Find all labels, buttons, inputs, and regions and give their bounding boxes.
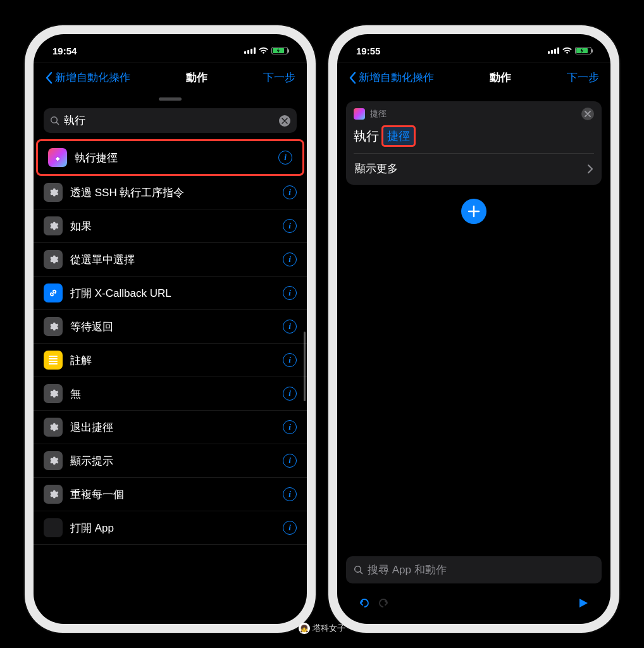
action-label: 執行捷徑 — [75, 151, 278, 165]
action-row[interactable]: 顯示提示i — [34, 444, 307, 478]
cellular-signal-icon — [244, 47, 256, 54]
battery-charging-icon — [271, 47, 288, 54]
sheet-grabber[interactable] — [159, 97, 182, 101]
action-info-button[interactable]: i — [283, 252, 297, 266]
action-label: 註解 — [70, 353, 283, 368]
phone-left: 19:54 新增自動化操作 動作 下一步 執行 ⬥執行捷徑i透過 SSH 執行工… — [25, 25, 316, 633]
action-info-button[interactable]: i — [278, 151, 292, 165]
action-info-button[interactable]: i — [283, 420, 297, 434]
action-info-button[interactable]: i — [283, 286, 297, 300]
search-icon — [50, 116, 60, 126]
action-info-button[interactable]: i — [283, 353, 297, 367]
watermark: 👧 塔科女子 — [299, 623, 345, 634]
action-row[interactable]: 退出捷徑i — [34, 411, 307, 444]
card-header: 捷徑 — [354, 108, 594, 120]
action-row[interactable]: ⬥執行捷徑i — [36, 139, 304, 176]
action-row[interactable]: 打開 Appi — [34, 511, 307, 545]
note-icon — [44, 351, 63, 370]
action-info-button[interactable]: i — [283, 454, 297, 468]
action-label: 從選單中選擇 — [70, 252, 283, 267]
nav-back-button[interactable]: 新增自動化操作 — [45, 70, 130, 85]
shortcut-parameter-token[interactable]: 捷徑 — [381, 125, 416, 147]
clear-search-button[interactable] — [279, 115, 290, 127]
status-time: 19:55 — [356, 46, 380, 56]
action-row[interactable]: 無i — [34, 377, 307, 411]
link-icon — [44, 284, 63, 302]
search-apps-actions-field[interactable]: 搜尋 App 和動作 — [346, 556, 602, 583]
search-field[interactable]: 執行 — [44, 108, 297, 133]
run-shortcut-action-card[interactable]: 捷徑 執行 捷徑 顯示更多 — [346, 101, 602, 185]
action-label: 透過 SSH 執行工序指令 — [70, 185, 283, 200]
chevron-left-icon — [45, 72, 53, 84]
close-icon — [282, 118, 288, 124]
play-icon — [578, 597, 589, 609]
gear-icon — [44, 418, 63, 437]
redo-button[interactable] — [374, 594, 393, 613]
action-row[interactable]: 如果i — [34, 209, 307, 243]
show-more-row[interactable]: 顯示更多 — [354, 153, 594, 185]
remove-action-button[interactable] — [581, 108, 594, 120]
action-label: 顯示提示 — [70, 454, 283, 468]
action-row[interactable]: 從選單中選擇i — [34, 243, 307, 277]
scrollbar[interactable] — [304, 332, 306, 401]
gear-icon — [44, 451, 63, 470]
action-row[interactable]: 等待返回i — [34, 310, 307, 344]
notch — [113, 34, 227, 52]
action-info-button[interactable]: i — [283, 387, 297, 401]
redo-icon — [376, 596, 390, 610]
run-label: 執行 — [354, 128, 379, 145]
action-info-button[interactable]: i — [283, 219, 297, 233]
action-row[interactable]: 打開 X-Callback URLi — [34, 277, 307, 310]
action-list[interactable]: ⬥執行捷徑i透過 SSH 執行工序指令i如果i從選單中選擇i打開 X-Callb… — [34, 139, 307, 624]
search-value: 執行 — [64, 113, 279, 128]
search-placeholder: 搜尋 App 和動作 — [368, 563, 594, 577]
gear-icon — [44, 485, 63, 504]
shortcuts-app-icon: ⬥ — [48, 148, 67, 167]
action-title-row: 執行 捷徑 — [354, 120, 594, 153]
app-grid-icon — [44, 518, 63, 537]
wifi-icon — [562, 47, 572, 54]
action-info-button[interactable]: i — [283, 521, 297, 535]
add-action-button[interactable] — [461, 199, 486, 224]
status-time: 19:54 — [53, 46, 77, 56]
action-row[interactable]: 重複每一個i — [34, 478, 307, 511]
chevron-left-icon — [349, 72, 356, 84]
bottom-toolbar — [337, 589, 610, 624]
action-label: 如果 — [70, 219, 283, 234]
chevron-right-icon — [588, 165, 593, 173]
nav-back-button[interactable]: 新增自動化操作 — [349, 70, 434, 85]
nav-title: 動作 — [186, 70, 207, 85]
action-label: 打開 App — [70, 521, 283, 535]
status-icons — [244, 47, 288, 54]
action-label: 無 — [70, 387, 283, 401]
search-icon — [354, 565, 364, 575]
status-icons — [548, 47, 591, 54]
nav-next-button[interactable]: 下一步 — [567, 70, 599, 85]
action-info-button[interactable]: i — [283, 320, 297, 333]
nav-bar: 新增自動化操作 動作 下一步 — [337, 62, 610, 92]
action-info-button[interactable]: i — [283, 487, 297, 501]
cellular-signal-icon — [548, 47, 559, 54]
show-more-label: 顯示更多 — [355, 161, 398, 176]
action-row[interactable]: 註解i — [34, 344, 307, 377]
shortcuts-app-icon — [354, 108, 365, 120]
watermark-icon: 👧 — [299, 623, 310, 634]
wifi-icon — [259, 47, 268, 54]
undo-icon — [357, 596, 371, 610]
run-button[interactable] — [574, 594, 593, 613]
gear-icon — [44, 384, 63, 403]
action-row[interactable]: 透過 SSH 執行工序指令i — [34, 176, 307, 209]
battery-charging-icon — [575, 47, 591, 54]
action-info-button[interactable]: i — [283, 185, 297, 199]
nav-next-button[interactable]: 下一步 — [263, 70, 295, 85]
action-label: 退出捷徑 — [70, 420, 283, 435]
action-label: 等待返回 — [70, 320, 283, 334]
phone-right: 19:55 新增自動化操作 動作 下一步 捷徑 — [328, 25, 619, 633]
gear-icon — [44, 250, 63, 269]
undo-button[interactable] — [355, 594, 374, 613]
card-app-label: 捷徑 — [370, 108, 387, 120]
gear-icon — [44, 317, 63, 336]
action-label: 打開 X-Callback URL — [70, 286, 283, 301]
plus-icon — [467, 204, 481, 218]
screen-right: 19:55 新增自動化操作 動作 下一步 捷徑 — [337, 34, 610, 624]
